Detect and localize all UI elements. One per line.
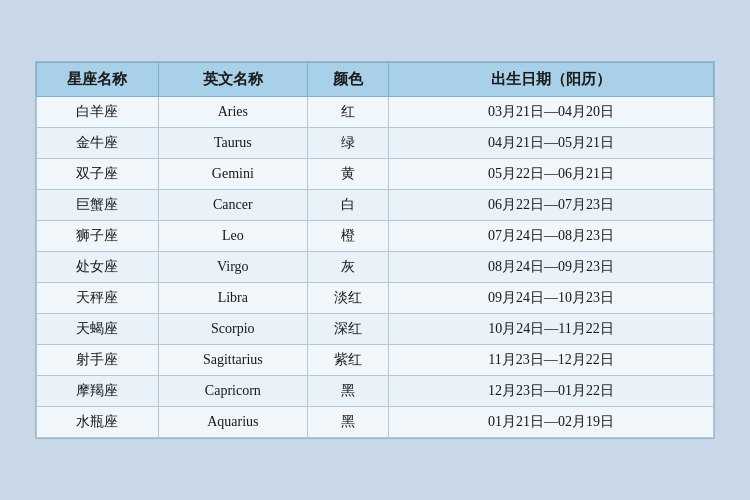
cell-english: Aries <box>158 97 307 128</box>
cell-english: Leo <box>158 221 307 252</box>
cell-date: 11月23日—12月22日 <box>389 345 714 376</box>
cell-color: 绿 <box>307 128 388 159</box>
table-row: 摩羯座Capricorn黑12月23日—01月22日 <box>37 376 714 407</box>
cell-date: 12月23日—01月22日 <box>389 376 714 407</box>
cell-english: Capricorn <box>158 376 307 407</box>
header-english: 英文名称 <box>158 63 307 97</box>
cell-english: Scorpio <box>158 314 307 345</box>
cell-english: Gemini <box>158 159 307 190</box>
cell-english: Cancer <box>158 190 307 221</box>
cell-english: Taurus <box>158 128 307 159</box>
table-header-row: 星座名称 英文名称 颜色 出生日期（阳历） <box>37 63 714 97</box>
cell-date: 05月22日—06月21日 <box>389 159 714 190</box>
cell-chinese: 金牛座 <box>37 128 159 159</box>
cell-english: Libra <box>158 283 307 314</box>
header-date: 出生日期（阳历） <box>389 63 714 97</box>
cell-chinese: 狮子座 <box>37 221 159 252</box>
table-row: 处女座Virgo灰08月24日—09月23日 <box>37 252 714 283</box>
table-row: 射手座Sagittarius紫红11月23日—12月22日 <box>37 345 714 376</box>
cell-english: Aquarius <box>158 407 307 438</box>
cell-color: 紫红 <box>307 345 388 376</box>
cell-date: 10月24日—11月22日 <box>389 314 714 345</box>
table-row: 巨蟹座Cancer白06月22日—07月23日 <box>37 190 714 221</box>
table-row: 金牛座Taurus绿04月21日—05月21日 <box>37 128 714 159</box>
cell-chinese: 白羊座 <box>37 97 159 128</box>
table-row: 白羊座Aries红03月21日—04月20日 <box>37 97 714 128</box>
cell-color: 橙 <box>307 221 388 252</box>
cell-english: Virgo <box>158 252 307 283</box>
table-row: 天蝎座Scorpio深红10月24日—11月22日 <box>37 314 714 345</box>
zodiac-table-container: 星座名称 英文名称 颜色 出生日期（阳历） 白羊座Aries红03月21日—04… <box>35 61 715 439</box>
table-row: 狮子座Leo橙07月24日—08月23日 <box>37 221 714 252</box>
cell-color: 灰 <box>307 252 388 283</box>
cell-chinese: 双子座 <box>37 159 159 190</box>
cell-date: 04月21日—05月21日 <box>389 128 714 159</box>
cell-english: Sagittarius <box>158 345 307 376</box>
cell-date: 08月24日—09月23日 <box>389 252 714 283</box>
zodiac-table: 星座名称 英文名称 颜色 出生日期（阳历） 白羊座Aries红03月21日—04… <box>36 62 714 438</box>
cell-chinese: 摩羯座 <box>37 376 159 407</box>
cell-color: 红 <box>307 97 388 128</box>
header-chinese: 星座名称 <box>37 63 159 97</box>
cell-chinese: 处女座 <box>37 252 159 283</box>
cell-color: 黄 <box>307 159 388 190</box>
cell-chinese: 天秤座 <box>37 283 159 314</box>
cell-date: 06月22日—07月23日 <box>389 190 714 221</box>
cell-color: 深红 <box>307 314 388 345</box>
cell-color: 白 <box>307 190 388 221</box>
cell-color: 黑 <box>307 376 388 407</box>
cell-date: 01月21日—02月19日 <box>389 407 714 438</box>
cell-color: 淡红 <box>307 283 388 314</box>
cell-color: 黑 <box>307 407 388 438</box>
cell-chinese: 巨蟹座 <box>37 190 159 221</box>
cell-chinese: 天蝎座 <box>37 314 159 345</box>
cell-chinese: 射手座 <box>37 345 159 376</box>
cell-chinese: 水瓶座 <box>37 407 159 438</box>
cell-date: 07月24日—08月23日 <box>389 221 714 252</box>
table-row: 天秤座Libra淡红09月24日—10月23日 <box>37 283 714 314</box>
cell-date: 09月24日—10月23日 <box>389 283 714 314</box>
table-row: 双子座Gemini黄05月22日—06月21日 <box>37 159 714 190</box>
cell-date: 03月21日—04月20日 <box>389 97 714 128</box>
table-row: 水瓶座Aquarius黑01月21日—02月19日 <box>37 407 714 438</box>
header-color: 颜色 <box>307 63 388 97</box>
